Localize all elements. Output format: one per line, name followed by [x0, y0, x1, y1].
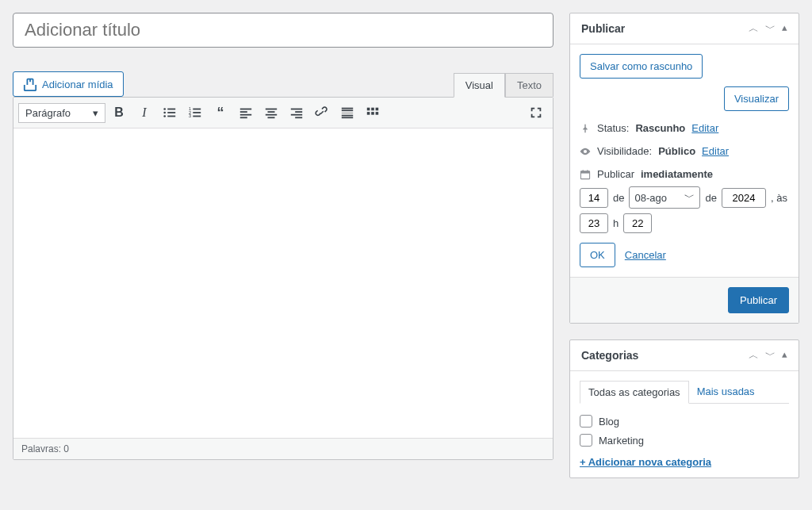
- svg-rect-22: [291, 114, 302, 116]
- tab-visual[interactable]: Visual: [454, 73, 505, 98]
- svg-rect-36: [580, 171, 589, 173]
- move-down-icon[interactable]: ﹀: [765, 21, 776, 36]
- svg-rect-31: [376, 108, 379, 111]
- month-value: 08-ago: [634, 192, 666, 204]
- svg-rect-1: [167, 109, 175, 110]
- categories-box: Categorias ︿ ﹀ ▴ Todas as categorias Mai…: [569, 339, 799, 478]
- svg-rect-26: [342, 113, 353, 113]
- schedule-date-picker: de 08-ago ﹀ de , às h: [580, 186, 789, 233]
- add-media-label: Adicionar mídia: [42, 79, 113, 90]
- svg-rect-34: [376, 112, 379, 115]
- month-select[interactable]: 08-ago ﹀: [629, 186, 700, 209]
- bold-button[interactable]: B: [107, 101, 131, 125]
- move-down-icon[interactable]: ﹀: [765, 348, 776, 362]
- category-item: Marketing: [580, 431, 789, 450]
- svg-rect-38: [587, 170, 588, 171]
- svg-rect-15: [240, 117, 247, 118]
- svg-rect-17: [268, 111, 275, 113]
- svg-rect-18: [266, 114, 277, 116]
- post-title-input[interactable]: [13, 13, 553, 48]
- tab-all-categories[interactable]: Todas as categorias: [580, 381, 689, 404]
- add-category-link[interactable]: + Adicionar nova categoria: [580, 456, 711, 468]
- align-center-button[interactable]: [259, 101, 283, 125]
- blockquote-button[interactable]: “: [209, 101, 232, 125]
- editor-content-area[interactable]: [13, 128, 553, 438]
- at-label: , às: [771, 192, 787, 204]
- collapse-icon[interactable]: ▴: [782, 348, 787, 362]
- of-label-1: de: [613, 192, 624, 204]
- category-label: Blog: [599, 416, 619, 428]
- align-left-button[interactable]: [234, 101, 258, 125]
- svg-rect-25: [342, 109, 353, 111]
- pin-icon: [580, 123, 591, 134]
- number-list-button[interactable]: 123: [183, 101, 207, 125]
- paragraph-format-select[interactable]: Parágrafo ▾: [18, 103, 105, 123]
- collapse-icon[interactable]: ▴: [782, 21, 787, 36]
- word-count-status: Palavras: 0: [13, 438, 553, 459]
- category-label: Marketing: [599, 435, 644, 447]
- svg-rect-16: [266, 109, 277, 110]
- svg-rect-27: [342, 115, 353, 117]
- edit-status-link[interactable]: Editar: [691, 122, 718, 134]
- bullet-list-button[interactable]: [158, 101, 182, 125]
- day-input[interactable]: [580, 188, 608, 208]
- svg-rect-13: [240, 111, 247, 113]
- svg-rect-9: [193, 112, 201, 113]
- move-up-icon[interactable]: ︿: [749, 348, 759, 362]
- svg-point-2: [163, 112, 166, 114]
- preview-button[interactable]: Visualizar: [724, 86, 789, 111]
- h-label: h: [613, 217, 619, 229]
- fullscreen-button[interactable]: [524, 101, 548, 125]
- toolbar-toggle-button[interactable]: [361, 101, 385, 125]
- svg-rect-14: [240, 114, 251, 116]
- year-input[interactable]: [722, 188, 766, 208]
- category-checkbox[interactable]: [580, 434, 592, 447]
- categories-heading: Categorias: [581, 349, 638, 362]
- svg-rect-7: [193, 109, 201, 110]
- svg-point-4: [163, 115, 166, 117]
- paragraph-label: Parágrafo: [25, 107, 71, 119]
- calendar-icon: [580, 169, 591, 180]
- svg-rect-5: [167, 116, 175, 117]
- visibility-label: Visibilidade:: [597, 145, 652, 157]
- publish-heading: Publicar: [581, 22, 625, 35]
- chevron-down-icon: ▾: [93, 107, 98, 119]
- editor-toolbar: Parágrafo ▾ B I 123 “: [13, 98, 553, 128]
- minute-input[interactable]: [623, 213, 652, 233]
- svg-rect-23: [295, 117, 302, 118]
- move-up-icon[interactable]: ︿: [749, 21, 759, 36]
- tab-most-used[interactable]: Mais usadas: [689, 381, 763, 403]
- edit-visibility-link[interactable]: Editar: [702, 145, 729, 157]
- ok-button[interactable]: OK: [580, 243, 615, 267]
- category-item: Blog: [580, 412, 789, 431]
- eye-icon: [580, 146, 591, 157]
- svg-point-0: [163, 108, 166, 110]
- cancel-link[interactable]: Cancelar: [625, 249, 666, 261]
- svg-rect-20: [291, 109, 302, 110]
- visibility-value: Público: [658, 145, 695, 157]
- hour-input[interactable]: [580, 213, 608, 233]
- italic-button[interactable]: I: [132, 101, 156, 125]
- svg-rect-32: [367, 112, 370, 115]
- add-media-button[interactable]: Adicionar mídia: [13, 71, 124, 97]
- svg-rect-33: [371, 112, 374, 115]
- svg-rect-30: [371, 108, 374, 111]
- publish-button[interactable]: Publicar: [728, 287, 789, 313]
- svg-text:3: 3: [189, 113, 191, 118]
- category-checkbox[interactable]: [580, 415, 592, 428]
- status-label: Status:: [597, 122, 629, 134]
- svg-rect-24: [342, 108, 353, 109]
- svg-rect-21: [295, 111, 302, 113]
- svg-rect-28: [342, 117, 353, 118]
- tab-text[interactable]: Texto: [505, 73, 553, 97]
- link-button[interactable]: [310, 101, 334, 125]
- chevron-down-icon: ﹀: [684, 190, 695, 205]
- svg-rect-12: [240, 109, 251, 110]
- of-label-2: de: [705, 192, 716, 204]
- svg-rect-37: [583, 170, 584, 171]
- save-draft-button[interactable]: Salvar como rascunho: [580, 54, 703, 79]
- svg-rect-19: [268, 117, 275, 118]
- readmore-button[interactable]: [335, 101, 359, 125]
- align-right-button[interactable]: [285, 101, 308, 125]
- publish-time-value: imediatamente: [641, 168, 713, 180]
